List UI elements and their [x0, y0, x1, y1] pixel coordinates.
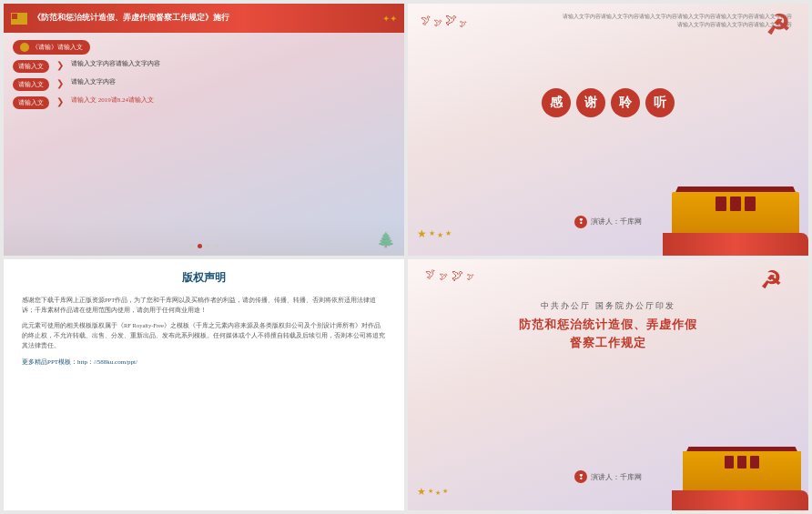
s4-star-1: ★ — [417, 486, 426, 498]
slide1-text2: 请输入文字内容 — [71, 78, 116, 87]
birds-decoration: 🕊 🕊 🕊 🕊 — [421, 15, 494, 28]
pagination-dots — [189, 244, 218, 248]
slide1-row2: 请输入文 ❯ 请输入文字内容 — [13, 78, 395, 91]
s4-star-4: ★ — [442, 488, 448, 498]
flag-icon — [11, 13, 27, 25]
dot-3 — [206, 244, 210, 248]
star-1: ★ — [417, 227, 427, 241]
slide1-text3: 请输入文 2019请8.24请输入文 — [71, 96, 154, 106]
communist-symbol: ☭ — [766, 9, 790, 41]
bird-icon-3: 🕊 — [445, 13, 457, 28]
slide1-body: 《请输》请输入文 请输入文 ❯ 请输入文字内容请输入文字内容 请输入文 ❯ 请输… — [4, 33, 404, 116]
slide1-text1: 请输入文字内容请输入文字内容 — [71, 60, 160, 69]
s4-bird-4: 🕊 — [467, 273, 474, 283]
char-1: 感 — [542, 88, 571, 117]
arrow-icon-1: ❯ — [56, 60, 64, 70]
s4-bird-3: 🕊 — [452, 268, 463, 283]
slide4-title-line1: 防范和惩治统计造假、弄虚作假 — [408, 316, 808, 335]
copyright-content: 版权声明 感谢您下载千库网上正版资源PPT作品，为了您和千库网以及买稿作者的利益… — [4, 259, 404, 378]
char-2: 谢 — [576, 88, 605, 117]
main-title-chars: 感 谢 聆 听 — [408, 88, 808, 117]
s4-bird-2: 🕊 — [440, 272, 448, 283]
slide1-label2: 请输入文 — [13, 78, 49, 91]
star-2: ★ — [429, 229, 435, 241]
slide4-subtitle: 中共办公厅 国务院办公厅印发 — [408, 300, 808, 312]
copyright-para1: 感谢您下载千库网上正版资源PPT作品，为了您和千库网以及买稿作者的利益，请勿传播… — [22, 295, 386, 315]
slide-2: 请输入文字内容请输入文字内容请输入文字内容请输入文字内容请输入文字内容请输入文字… — [408, 4, 808, 256]
bird-icon-4: 🕊 — [460, 20, 467, 28]
dot-1 — [189, 244, 194, 248]
slide1-label1: 请输入文 — [13, 60, 49, 73]
fireworks-icon: ✦✦ — [382, 14, 397, 24]
hammer-icon-1 — [20, 43, 29, 52]
slide-1: 《防范和惩治统计造假、弄虚作假督察工作规定》施行 ✦✦ 《请输》请输入文 请输入… — [4, 4, 404, 256]
copyright-title: 版权声明 — [22, 270, 386, 286]
building-illustration — [663, 183, 808, 256]
s4-stars: ★ ★ ★ ★ — [417, 486, 448, 498]
slide4-birds: 🕊 🕊 🕊 🕊 — [426, 268, 474, 283]
s4-ribbon — [672, 490, 808, 510]
red-ribbon — [663, 233, 808, 256]
dot-4 — [214, 244, 218, 248]
slide1-title: 《防范和惩治统计造假、弄虚作假督察工作规定》施行 — [33, 13, 229, 24]
s4-bird-1: 🕊 — [424, 267, 438, 283]
s4-communist-symbol: ☭ — [760, 267, 781, 295]
stars-row: ★ ★ ★ ★ — [417, 227, 452, 241]
s4-star-3: ★ — [435, 489, 441, 498]
bird-icon-2: 🕊 — [434, 18, 442, 28]
clouds-decoration — [4, 219, 404, 256]
copyright-link: 更多精品PPT模板：http：//588ku.com/ppt/ — [22, 358, 386, 367]
slide1-btn1[interactable]: 《请输》请输入文 — [13, 40, 90, 55]
slide1-header: 《防范和惩治统计造假、弄虚作假督察工作规定》施行 ✦✦ — [4, 4, 404, 33]
slide-3: 版权声明 感谢您下载千库网上正版资源PPT作品，为了您和千库网以及买稿作者的利益… — [4, 259, 404, 511]
slide1-row3: 请输入文 ❯ 请输入文 2019请8.24请输入文 — [13, 96, 395, 109]
slide4-main-title: 防范和惩治统计造假、弄虚作假 督察工作规定 — [408, 316, 808, 354]
star-4: ★ — [445, 229, 452, 241]
slide1-label3: 请输入文 — [13, 96, 49, 109]
tree-decoration: 🌲 — [377, 231, 395, 248]
s4-speaker-icon: ❢ — [574, 470, 587, 483]
char-3: 聆 — [611, 88, 640, 117]
arrow-icon-3: ❯ — [56, 96, 64, 106]
s4-speaker-label: 演讲人：千库网 — [591, 472, 642, 482]
char-4: 听 — [645, 88, 675, 117]
slide4-speaker: ❢ 演讲人：千库网 — [574, 470, 642, 483]
speaker-label: 演讲人：千库网 — [591, 217, 642, 227]
s4-building — [672, 442, 808, 510]
s4-star-2: ★ — [428, 488, 433, 498]
dot-2 — [198, 244, 202, 248]
speaker-info: ❢ 演讲人：千库网 — [574, 216, 642, 228]
copyright-para2: 此元素可使用的相关模板版权属于《RF Royalty-Free》之模板《千库之元… — [22, 320, 386, 350]
slide4-title-line2: 督察工作规定 — [408, 334, 808, 353]
speaker-icon: ❢ — [574, 216, 587, 228]
slide-4: 🕊 🕊 🕊 🕊 ☭ 中共办公厅 国务院办公厅印发 防范和惩治统计造假、弄虚作假 … — [408, 259, 808, 511]
bird-icon-1: 🕊 — [420, 14, 433, 29]
arrow-icon-2: ❯ — [56, 78, 64, 88]
slide1-row1: 请输入文 ❯ 请输入文字内容请输入文字内容 — [13, 60, 395, 73]
slide1-btn-row: 《请输》请输入文 — [13, 40, 395, 55]
star-3: ★ — [437, 231, 443, 241]
